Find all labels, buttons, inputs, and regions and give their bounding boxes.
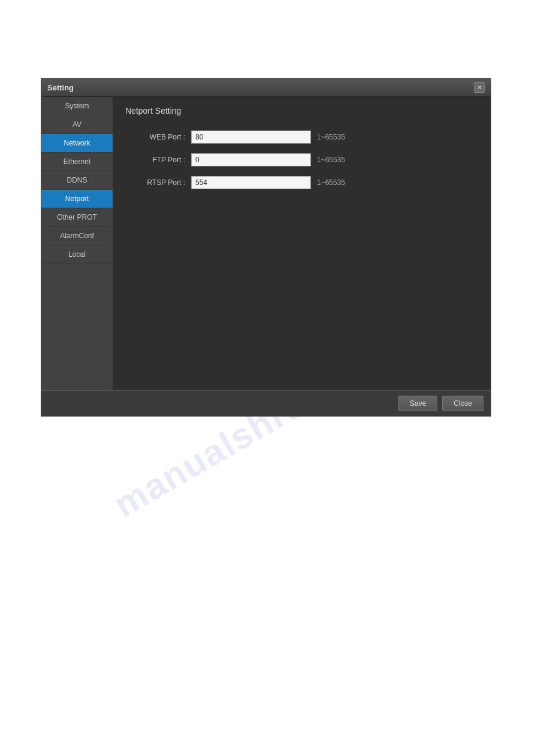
sidebar-item-alarmconf[interactable]: AlarmConf	[41, 227, 113, 245]
web-port-input[interactable]	[191, 130, 311, 144]
ftp-port-label: FTP Port :	[125, 156, 185, 164]
sidebar-item-ethernet[interactable]: Ethernet	[41, 153, 113, 171]
main-content: Netport Setting WEB Port : 1~65535 FTP P…	[113, 97, 491, 390]
sidebar-item-other-prot[interactable]: Other PROT	[41, 208, 113, 227]
dialog-title: Setting	[47, 83, 74, 92]
sidebar-item-system[interactable]: System	[41, 97, 113, 116]
sidebar-item-ddns[interactable]: DDNS	[41, 171, 113, 190]
rtsp-port-range: 1~65535	[317, 178, 345, 187]
rtsp-port-row: RTSP Port : 1~65535	[125, 176, 479, 189]
ftp-port-row: FTP Port : 1~65535	[125, 153, 479, 166]
sidebar-item-netport[interactable]: Netport	[41, 190, 113, 208]
sidebar: System AV Network Ethernet DDNS Netport …	[41, 97, 113, 390]
ftp-port-range: 1~65535	[317, 156, 345, 164]
dialog-titlebar: Setting ✕	[41, 78, 491, 97]
sidebar-item-network[interactable]: Network	[41, 134, 113, 153]
ftp-port-input[interactable]	[191, 153, 311, 166]
sidebar-item-av[interactable]: AV	[41, 116, 113, 134]
section-title: Netport Setting	[125, 106, 479, 119]
dialog-body: System AV Network Ethernet DDNS Netport …	[41, 97, 491, 390]
rtsp-port-input[interactable]	[191, 176, 311, 189]
dialog-footer: Save Close	[41, 390, 491, 416]
sidebar-item-local[interactable]: Local	[41, 245, 113, 264]
web-port-range: 1~65535	[317, 133, 345, 141]
dialog-close-button[interactable]: ✕	[474, 82, 485, 93]
save-button[interactable]: Save	[398, 396, 437, 411]
rtsp-port-label: RTSP Port :	[125, 178, 185, 187]
setting-dialog: Setting ✕ System AV Network Ethernet DDN…	[41, 78, 491, 417]
web-port-label: WEB Port :	[125, 133, 185, 141]
web-port-row: WEB Port : 1~65535	[125, 130, 479, 144]
close-button[interactable]: Close	[442, 396, 483, 411]
